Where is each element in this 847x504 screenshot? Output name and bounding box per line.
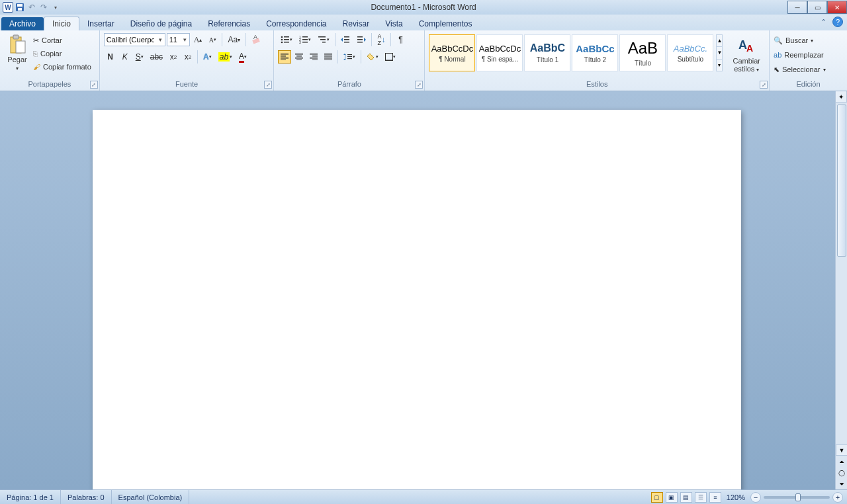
- underline-button[interactable]: S▾: [133, 50, 146, 63]
- close-button[interactable]: ✕: [827, 1, 847, 14]
- change-case-button[interactable]: Aa▾: [225, 33, 243, 46]
- help-icon[interactable]: ?: [832, 17, 843, 27]
- increase-indent-button[interactable]: [354, 33, 369, 46]
- replace-icon: ab: [774, 51, 781, 59]
- style-inspector-icon[interactable]: ✦: [835, 91, 847, 103]
- scroll-thumb[interactable]: [837, 105, 846, 257]
- style-preview: AaBbCc: [576, 43, 614, 54]
- borders-button[interactable]: ▾: [382, 50, 398, 63]
- minimize-ribbon-icon[interactable]: ⌃: [818, 17, 828, 27]
- align-left-button[interactable]: [278, 50, 291, 63]
- font-size-combo[interactable]: ▾: [167, 33, 190, 46]
- change-styles-button[interactable]: AA Cambiar estilos ▾: [728, 34, 765, 75]
- tab-correspondencia[interactable]: Correspondencia: [258, 17, 334, 30]
- highlight-button[interactable]: ab▾: [216, 50, 235, 63]
- align-right-button[interactable]: [307, 50, 320, 63]
- bullets-button[interactable]: ▾: [278, 33, 295, 46]
- superscript-button[interactable]: x2: [181, 50, 195, 63]
- tab-insertar[interactable]: Insertar: [79, 17, 122, 30]
- styles-more-icon[interactable]: ▾: [717, 59, 722, 71]
- zoom-knob[interactable]: [795, 493, 801, 501]
- prev-page-icon[interactable]: ⏶: [836, 456, 847, 467]
- style-item-3[interactable]: AaBbCcTítulo 2: [572, 34, 618, 71]
- styles-up-icon[interactable]: ▲: [717, 35, 722, 46]
- text-effects-button[interactable]: A▾: [201, 50, 214, 63]
- styles-launcher-icon[interactable]: ⤢: [760, 81, 768, 89]
- zoom-slider[interactable]: [764, 496, 830, 499]
- svg-rect-17: [302, 39, 308, 40]
- font-name-input[interactable]: [105, 34, 156, 46]
- style-item-5[interactable]: AaBbCc.Subtítulo: [667, 34, 713, 71]
- zoom-level[interactable]: 120%: [727, 493, 745, 501]
- chevron-down-icon[interactable]: ▾: [181, 36, 189, 43]
- chevron-down-icon[interactable]: ▾: [156, 36, 165, 43]
- find-button[interactable]: 🔍Buscar ▾: [774, 34, 825, 46]
- outline-view-icon[interactable]: ☰: [695, 492, 707, 503]
- tab-inicio[interactable]: Inicio: [44, 17, 79, 30]
- zoom-in-button[interactable]: +: [832, 492, 843, 503]
- strikethrough-button[interactable]: abc: [148, 50, 165, 63]
- draft-view-icon[interactable]: ≡: [709, 492, 721, 503]
- line-spacing-button[interactable]: ▾: [341, 50, 358, 63]
- shrink-font-button[interactable]: A▾: [206, 33, 219, 46]
- maximize-button[interactable]: ▭: [807, 1, 827, 14]
- browse-object-icon[interactable]: ◯: [836, 467, 847, 478]
- tab-diseno[interactable]: Diseño de página: [122, 17, 200, 30]
- align-center-button[interactable]: [292, 50, 306, 63]
- style-item-2[interactable]: AaBbCTítulo 1: [524, 34, 570, 71]
- grow-font-button[interactable]: A▴: [191, 33, 205, 46]
- next-page-icon[interactable]: ⏷: [836, 478, 847, 489]
- clear-formatting-button[interactable]: A: [249, 33, 265, 46]
- tab-vista[interactable]: Vista: [377, 17, 410, 30]
- copy-button[interactable]: ⎘Copiar: [33, 48, 91, 60]
- cut-button[interactable]: ✂Cortar: [33, 34, 91, 46]
- replace-button[interactable]: abReemplazar: [774, 49, 825, 61]
- tab-referencias[interactable]: Referencias: [200, 17, 258, 30]
- decrease-indent-button[interactable]: [338, 33, 353, 46]
- font-launcher-icon[interactable]: ⤢: [264, 81, 272, 89]
- font-color-button[interactable]: A▾: [236, 50, 249, 63]
- font-size-input[interactable]: [167, 34, 181, 46]
- paragraph-launcher-icon[interactable]: ⤢: [415, 81, 423, 89]
- scroll-down-icon[interactable]: ▼: [836, 444, 847, 456]
- status-words[interactable]: Palabras: 0: [61, 490, 112, 504]
- vertical-scrollbar[interactable]: ▲ ▼ ⏶ ◯ ⏷: [835, 91, 847, 489]
- tab-file[interactable]: Archivo: [1, 17, 44, 30]
- status-language[interactable]: Español (Colombia): [112, 490, 190, 504]
- shading-button[interactable]: ▾: [364, 50, 381, 63]
- tab-complementos[interactable]: Complementos: [411, 17, 480, 30]
- svg-rect-4: [13, 35, 19, 39]
- fullscreen-reading-view-icon[interactable]: ▣: [666, 492, 678, 503]
- italic-button[interactable]: K: [118, 50, 132, 63]
- show-marks-button[interactable]: ¶: [394, 33, 407, 46]
- justify-button[interactable]: [322, 50, 335, 63]
- minimize-button[interactable]: ─: [787, 1, 807, 14]
- save-icon[interactable]: [15, 2, 25, 13]
- font-name-combo[interactable]: ▾: [104, 33, 165, 46]
- qat-customize-icon[interactable]: ▾: [50, 2, 61, 13]
- undo-icon[interactable]: ↶: [26, 2, 37, 13]
- subscript-button[interactable]: x2: [167, 50, 180, 63]
- svg-rect-30: [281, 56, 286, 57]
- tab-revisar[interactable]: Revisar: [335, 17, 378, 30]
- format-painter-button[interactable]: 🖌Copiar formato: [33, 61, 91, 73]
- style-item-4[interactable]: AaBTítulo: [619, 34, 666, 71]
- sort-button[interactable]: AZ↓: [375, 33, 388, 46]
- web-layout-view-icon[interactable]: ▤: [680, 492, 692, 503]
- status-page[interactable]: Página: 1 de 1: [0, 490, 61, 504]
- styles-down-icon[interactable]: ▼: [717, 46, 722, 58]
- clipboard-launcher-icon[interactable]: ⤢: [90, 81, 98, 89]
- bold-button[interactable]: N: [104, 50, 117, 63]
- svg-text:3: 3: [299, 40, 301, 44]
- redo-icon[interactable]: ↷: [38, 2, 49, 13]
- zoom-out-button[interactable]: −: [750, 492, 761, 503]
- select-button[interactable]: ⬉Seleccionar ▾: [774, 63, 825, 75]
- style-item-0[interactable]: AaBbCcDc¶ Normal: [429, 34, 475, 71]
- numbering-button[interactable]: 123▾: [296, 33, 314, 46]
- svg-text:A: A: [253, 34, 257, 40]
- document-page[interactable]: [93, 110, 741, 489]
- paste-button[interactable]: Pegar▾: [4, 33, 30, 74]
- print-layout-view-icon[interactable]: ▢: [651, 492, 663, 503]
- multilevel-button[interactable]: ▾: [315, 33, 332, 46]
- style-item-1[interactable]: AaBbCcDc¶ Sin espa...: [476, 34, 523, 71]
